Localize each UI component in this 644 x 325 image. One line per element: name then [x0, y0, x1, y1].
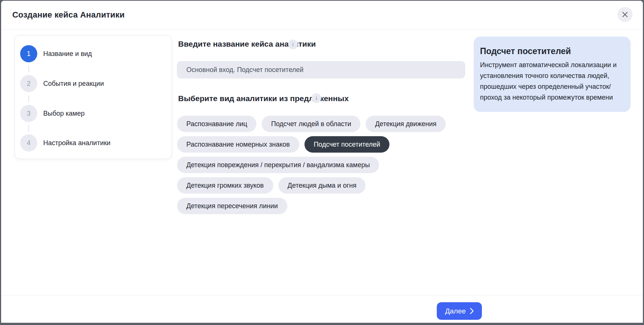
step-label: События и реакции: [43, 80, 104, 88]
analytics-description-panel: Подсчет посетителей Инструмент автоматич…: [474, 37, 631, 112]
analytics-type-heading: Выберите вид аналитики из предложенных: [178, 94, 349, 103]
case-name-input[interactable]: [177, 61, 465, 78]
chip-row: Детекция громких звуковДетекция дыма и о…: [177, 177, 446, 194]
create-analytics-case-modal: Создание кейса Аналитики 1Название и вид…: [1, 1, 643, 323]
chip-row: Детекция пересечения линии: [177, 198, 446, 214]
description-line: Инструмент автоматической локализации и: [480, 60, 622, 71]
modal-title: Создание кейса Аналитики: [12, 10, 125, 20]
analytics-type-chip[interactable]: Детекция дыма и огня: [278, 177, 366, 194]
step-item-3[interactable]: 3Выбор камер: [20, 105, 85, 122]
chip-row: Распознавание лицПодсчет людей в области…: [177, 116, 446, 132]
step-connector: [28, 125, 29, 132]
step-number-badge: 2: [20, 75, 37, 92]
chip-row: Детекция повреждения / перекрытия / ванд…: [177, 157, 446, 173]
modal-header: Создание кейса Аналитики: [1, 1, 643, 29]
close-icon: [622, 11, 628, 18]
step-number-badge: 4: [20, 134, 37, 151]
step-connector: [28, 96, 29, 102]
wizard-steps-card: 1Название и вид2События и реакции3Выбор …: [15, 35, 172, 159]
analytics-type-chip[interactable]: Детекция громких звуков: [177, 177, 273, 194]
analytics-type-chips: Распознавание лицПодсчет людей в области…: [177, 116, 446, 214]
step-label: Название и вид: [43, 50, 92, 58]
next-button-label: Далее: [445, 307, 466, 315]
analytics-type-chip[interactable]: Подсчет людей в области: [262, 116, 360, 132]
description-line: прошедших через определенный участок/: [480, 81, 622, 92]
description-line: проход за некоторый промежуток времени: [480, 92, 622, 103]
analytics-type-chip[interactable]: Детекция повреждения / перекрытия / ванд…: [177, 157, 379, 173]
info-icon[interactable]: i: [312, 93, 321, 103]
step-item-2[interactable]: 2События и реакции: [20, 75, 104, 92]
next-button[interactable]: Далее: [437, 302, 482, 320]
analytics-type-chip[interactable]: Распознавание номерных знаков: [177, 136, 299, 153]
analytics-description-text: Инструмент автоматической локализации иу…: [480, 60, 622, 103]
analytics-type-chip[interactable]: Распознавание лиц: [177, 116, 256, 132]
step-connector: [28, 66, 29, 72]
step-number-badge: 3: [20, 105, 37, 122]
step-number-badge: 1: [20, 45, 37, 62]
step-item-1[interactable]: 1Название и вид: [20, 45, 92, 62]
step-label: Выбор камер: [43, 110, 85, 118]
dialog-backdrop: { "header": { "title": "Создание кейса А…: [0, 0, 644, 325]
info-icon[interactable]: i: [288, 40, 298, 49]
chip-row: Распознавание номерных знаковПодсчет пос…: [177, 136, 446, 153]
analytics-type-chip-selected[interactable]: Подсчет посетителей: [304, 136, 389, 153]
step-label: Настройка аналитики: [43, 139, 110, 147]
footer-divider: [1, 295, 643, 296]
analytics-type-chip[interactable]: Детекция пересечения линии: [177, 198, 287, 214]
description-line: установления точного количества людей,: [480, 71, 622, 81]
step-item-4[interactable]: 4Настройка аналитики: [20, 134, 110, 151]
analytics-description-title: Подсчет посетителей: [480, 46, 622, 56]
analytics-type-chip[interactable]: Детекция движения: [366, 116, 446, 132]
chevron-right-icon: [470, 308, 474, 314]
close-button[interactable]: [618, 7, 632, 22]
